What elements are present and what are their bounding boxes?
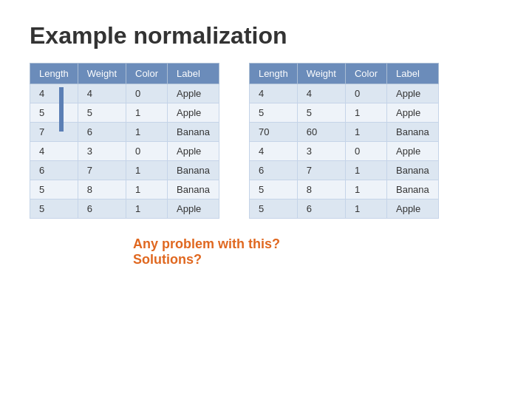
bottom-text: Any problem with this? Solutions? (133, 236, 502, 267)
table-cell: 6 (249, 161, 297, 180)
table-cell: 1 (126, 123, 168, 142)
right-col-length: Length (249, 64, 297, 84)
table-row: 440Apple (30, 84, 219, 103)
table-cell: Apple (168, 103, 219, 123)
table-cell: 1 (345, 200, 386, 219)
bottom-text-line2: Solutions? (133, 252, 502, 267)
bottom-text-line1: Any problem with this? (133, 236, 502, 252)
table-cell: 5 (297, 103, 345, 123)
table-row: 70601Banana (249, 123, 438, 142)
table-row: 430Apple (30, 142, 219, 161)
page: Example normalization Length Weight Colo… (0, 0, 532, 399)
table-cell: Banana (168, 180, 219, 200)
table-row: 581Banana (249, 180, 438, 200)
table-row: 561Apple (30, 200, 219, 219)
table-cell: Banana (168, 123, 219, 142)
table-cell: 1 (126, 200, 168, 219)
table-cell: Apple (386, 84, 438, 103)
table-cell: 4 (30, 84, 78, 103)
table-cell: 4 (78, 84, 126, 103)
table-cell: 8 (78, 180, 126, 200)
table-cell: 70 (249, 123, 297, 142)
table-cell: 1 (126, 180, 168, 200)
table-cell: 5 (78, 103, 126, 123)
left-table-header: Length Weight Color Label (30, 64, 219, 84)
table-cell: Apple (168, 142, 219, 161)
table-cell: 60 (297, 123, 345, 142)
table-row: 561Apple (249, 200, 438, 219)
table-cell: 5 (249, 103, 297, 123)
table-cell: 1 (126, 103, 168, 123)
table-cell: Apple (168, 84, 219, 103)
right-col-weight: Weight (297, 64, 345, 84)
table-cell: 6 (297, 200, 345, 219)
left-col-length: Length (30, 64, 78, 84)
left-col-label: Label (168, 64, 219, 84)
accent-bar (59, 87, 64, 132)
table-cell: 4 (249, 84, 297, 103)
table-cell: 5 (30, 103, 78, 123)
table-cell: 4 (249, 142, 297, 161)
table-cell: 1 (345, 180, 386, 200)
table-cell: Banana (386, 161, 438, 180)
table-cell: Apple (168, 200, 219, 219)
table-cell: 0 (345, 142, 386, 161)
table-cell: Banana (386, 123, 438, 142)
table-row: 671Banana (30, 161, 219, 180)
table-row: 440Apple (249, 84, 438, 103)
table-cell: 0 (345, 84, 386, 103)
table-cell: Apple (386, 142, 438, 161)
table-cell: 7 (297, 161, 345, 180)
right-col-label: Label (386, 64, 438, 84)
table-cell: 1 (345, 161, 386, 180)
table-cell: 5 (30, 200, 78, 219)
table-cell: 4 (30, 142, 78, 161)
table-row: 430Apple (249, 142, 438, 161)
left-table-body: 440Apple551Apple761Banana430Apple671Bana… (30, 84, 219, 219)
table-cell: 1 (345, 123, 386, 142)
table-cell: 4 (297, 84, 345, 103)
table-row: 581Banana (30, 180, 219, 200)
table-cell: 3 (78, 142, 126, 161)
table-cell: 5 (249, 180, 297, 200)
right-table-body: 440Apple551Apple70601Banana430Apple671Ba… (249, 84, 438, 219)
right-table: Length Weight Color Label 440Apple551App… (249, 63, 439, 219)
table-cell: 6 (78, 200, 126, 219)
table-row: 761Banana (30, 123, 219, 142)
table-row: 551Apple (249, 103, 438, 123)
table-cell: 8 (297, 180, 345, 200)
table-cell: 3 (297, 142, 345, 161)
page-title: Example normalization (30, 22, 502, 50)
left-table: Length Weight Color Label 440Apple551App… (30, 63, 219, 219)
table-cell: Apple (386, 103, 438, 123)
table-cell: 6 (30, 161, 78, 180)
left-col-color: Color (126, 64, 168, 84)
table-row: 671Banana (249, 161, 438, 180)
tables-row: Length Weight Color Label 440Apple551App… (30, 63, 502, 219)
left-col-weight: Weight (78, 64, 126, 84)
table-cell: 7 (30, 123, 78, 142)
table-cell: 0 (126, 142, 168, 161)
table-cell: Banana (386, 180, 438, 200)
table-cell: 1 (126, 161, 168, 180)
table-cell: 5 (30, 180, 78, 200)
table-cell: 6 (78, 123, 126, 142)
table-cell: 5 (249, 200, 297, 219)
right-col-color: Color (345, 64, 386, 84)
table-cell: Banana (168, 161, 219, 180)
table-cell: 1 (345, 103, 386, 123)
table-cell: 7 (78, 161, 126, 180)
right-table-header: Length Weight Color Label (249, 64, 438, 84)
table-cell: 0 (126, 84, 168, 103)
table-cell: Apple (386, 200, 438, 219)
table-row: 551Apple (30, 103, 219, 123)
